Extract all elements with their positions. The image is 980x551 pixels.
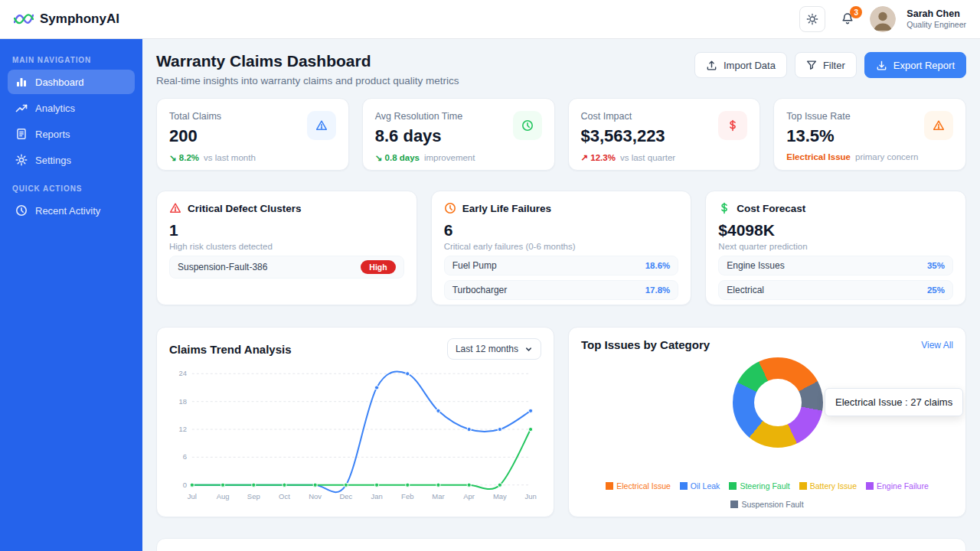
legend-label: Steering Fault <box>740 481 789 491</box>
filter-label: Filter <box>823 60 845 71</box>
sidebar: MAIN NAVIGATIONDashboardAnalyticsReports… <box>0 39 142 551</box>
svg-text:Nov: Nov <box>309 492 322 500</box>
brand-logo-icon <box>14 11 34 27</box>
body: MAIN NAVIGATIONDashboardAnalyticsReports… <box>0 39 980 551</box>
dashboard-icon <box>15 76 28 88</box>
svg-text:Aug: Aug <box>217 492 230 500</box>
donut-wrap: Electrical Issue : 27 claims <box>581 357 953 474</box>
donut-legend: Electrical Issue Oil Leak Steering Fault… <box>581 481 953 509</box>
kpi-body: Total Claims 200 ↘ 8.2% vs last month <box>169 111 256 158</box>
sidebar-item-analytics[interactable]: Analytics <box>8 96 135 120</box>
insight-value: $4098K <box>718 221 953 240</box>
legend-swatch <box>680 482 688 490</box>
sidebar-item-label: Reports <box>35 129 70 140</box>
warning-icon <box>924 111 953 140</box>
kpi-trend: Electrical Issue primary concern <box>786 152 918 161</box>
page-subtitle: Real-time insights into warranty claims … <box>156 75 459 86</box>
warning-icon <box>307 111 336 140</box>
kpi-trend: ↗ 12.3% vs last quarter <box>581 152 676 163</box>
charts-row: Claims Trend Analysis Last 12 months 061… <box>156 327 966 517</box>
svg-text:6: 6 <box>183 452 187 461</box>
app-root: SymphonyAI 3 <box>0 0 980 551</box>
download-icon <box>876 60 887 71</box>
severity-badge: High <box>361 260 395 274</box>
view-all-link[interactable]: View All <box>921 340 953 350</box>
export-report-label: Export Report <box>893 60 955 71</box>
insight-row-value: 17.8% <box>645 285 671 295</box>
kpi-trend-note: primary concern <box>855 152 918 161</box>
theme-toggle-button[interactable] <box>799 6 825 32</box>
insight-card-cost-forecast: Cost Forecast $4098K Next quarter predic… <box>705 191 966 305</box>
kpi-trend-note: vs last quarter <box>620 153 675 162</box>
kpi-card-top-issue-rate: Top Issue Rate 13.5% Electrical Issue pr… <box>773 98 966 171</box>
user-role: Quality Engineer <box>906 20 966 30</box>
clock-icon <box>513 111 542 140</box>
notifications-button[interactable]: 3 <box>836 6 859 32</box>
kpi-value: 8.6 days <box>375 126 475 146</box>
kpi-trend: ↘ 8.2% vs last month <box>169 152 256 163</box>
range-select-value: Last 12 months <box>456 344 518 354</box>
reports-icon <box>15 128 28 140</box>
import-data-button[interactable]: Import Data <box>694 52 787 78</box>
legend-label: Oil Leak <box>691 481 720 491</box>
insight-row-value: 35% <box>927 261 945 270</box>
kpi-body: Cost Impact $3,563,223 ↗ 12.3% vs last q… <box>581 111 676 158</box>
sidebar-item-label: Settings <box>35 155 71 166</box>
notification-badge: 3 <box>850 6 862 18</box>
svg-text:12: 12 <box>178 425 187 433</box>
range-select[interactable]: Last 12 months <box>447 338 541 360</box>
kpi-label: Avg Resolution Time <box>375 111 475 122</box>
legend-swatch <box>799 482 807 490</box>
insight-subtitle: Critical early failures (0-6 months) <box>444 242 679 251</box>
legend-item-battery-issue: Battery Issue <box>799 481 857 491</box>
claims-trend-head: Claims Trend Analysis Last 12 months <box>169 338 541 360</box>
svg-text:Dec: Dec <box>339 492 352 500</box>
insight-row-label: Suspension-Fault-386 <box>178 262 267 272</box>
top-issues-card: Top Issues by Category View All Electric… <box>568 327 966 517</box>
sidebar-item-settings[interactable]: Settings <box>8 148 135 172</box>
sidebar-item-reports[interactable]: Reports <box>8 122 135 146</box>
kpi-card-cost-impact: Cost Impact $3,563,223 ↗ 12.3% vs last q… <box>568 98 761 171</box>
svg-text:Mar: Mar <box>432 492 444 500</box>
upload-icon <box>706 60 717 71</box>
user-meta: Sarah Chen Quality Engineer <box>906 8 966 31</box>
kpi-trend-value: ↘ 8.2% <box>169 152 199 163</box>
sidebar-item-dashboard[interactable]: Dashboard <box>8 70 135 94</box>
kpi-trend-value: Electrical Issue <box>786 152 851 161</box>
donut-tooltip: Electrical Issue : 27 claims <box>825 388 963 416</box>
legend-swatch <box>866 482 874 490</box>
kpi-card-total-claims: Total Claims 200 ↘ 8.2% vs last month <box>156 98 349 171</box>
sidebar-item-recent-activity[interactable]: Recent Activity <box>8 198 135 223</box>
svg-text:Jun: Jun <box>524 492 536 500</box>
avatar[interactable] <box>870 6 896 32</box>
kpi-trend-value: ↘ 0.8 days <box>375 152 420 163</box>
clock-icon <box>15 204 28 217</box>
kpi-trend-note: vs last month <box>204 153 256 162</box>
legend-swatch <box>729 482 737 490</box>
import-data-label: Import Data <box>724 60 776 71</box>
svg-text:May: May <box>493 492 507 500</box>
page-head: Warranty Claims Dashboard Real-time insi… <box>156 52 966 86</box>
sidebar-item-label: Analytics <box>35 103 75 114</box>
donut-hole <box>754 379 802 426</box>
clock-icon <box>444 202 456 214</box>
insight-row-item: Engine Issues 35% <box>718 256 953 276</box>
kpi-trend-value: ↗ 12.3% <box>581 152 616 163</box>
kpi-card-avg-resolution-time: Avg Resolution Time 8.6 days ↘ 0.8 days … <box>362 98 555 171</box>
issues-donut-chart[interactable] <box>733 357 823 448</box>
insight-row-item: Turbocharger 17.8% <box>444 280 679 300</box>
partial-card <box>156 538 966 551</box>
svg-text:24: 24 <box>178 369 187 377</box>
legend-label: Engine Failure <box>877 481 929 491</box>
kpi-body: Top Issue Rate 13.5% Electrical Issue pr… <box>786 111 918 158</box>
insight-row-item: Suspension-Fault-386 High <box>169 256 404 279</box>
export-report-button[interactable]: Export Report <box>864 52 966 78</box>
insight-row: Critical Defect Clusters 1 High risk clu… <box>156 191 966 305</box>
warning-icon <box>169 202 181 214</box>
kpi-trend: ↘ 0.8 days improvement <box>375 152 475 163</box>
legend-item-suspension-fault: Suspension Fault <box>730 500 803 509</box>
svg-text:Feb: Feb <box>401 492 413 500</box>
svg-text:Jul: Jul <box>188 492 197 500</box>
filter-button[interactable]: Filter <box>795 52 857 78</box>
kpi-trend-note: improvement <box>424 153 475 162</box>
